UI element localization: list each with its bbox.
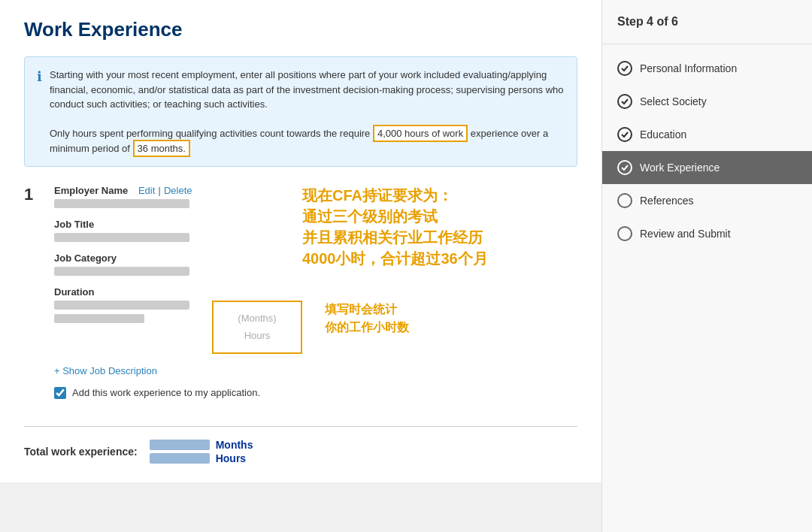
hours-annotation-1: 填写时会统计	[325, 301, 409, 319]
show-job-description-link[interactable]: + Show Job Description	[54, 365, 157, 376]
sidebar-item-1[interactable]: Select Society	[602, 85, 812, 118]
total-months-row: Months	[150, 439, 253, 451]
main-content: Work Experience ℹ Starting with your mos…	[0, 0, 601, 482]
job-title-field	[54, 233, 189, 242]
check-icon-3	[617, 160, 632, 175]
duration-row: Duration (Months)	[54, 286, 577, 354]
total-row: Total work experience: Months Hours	[24, 439, 577, 464]
sidebar-label-2: Education	[640, 128, 686, 141]
months-line: (Months)	[226, 310, 289, 327]
total-months-box	[150, 440, 210, 450]
checkbox-row: Add this work experience to my applicati…	[54, 387, 577, 399]
hours-annotation: 填写时会统计 你的工作小时数	[325, 301, 409, 337]
annotation-line-4: 4000小时，合计超过36个月	[302, 248, 565, 269]
total-hours-box	[150, 453, 210, 464]
annotation-line-1: 现在CFA持证要求为：	[302, 185, 565, 206]
check-icon-4	[617, 193, 632, 208]
hours-box: (Months) Hours	[212, 301, 302, 354]
main-annotation: 现在CFA持证要求为： 通过三个级别的考试 并且累积相关行业工作经历 4000小…	[302, 185, 565, 269]
info-icon: ℹ	[37, 68, 42, 156]
employer-name-field	[54, 199, 189, 208]
entry-number: 1	[24, 185, 42, 414]
highlight-hours: 4,000 hours of work	[373, 125, 468, 142]
sidebar-items: Personal Information Select Society Educ…	[602, 52, 812, 250]
sidebar-label-0: Personal Information	[640, 62, 737, 74]
separator: |	[158, 185, 161, 196]
sidebar-item-0[interactable]: Personal Information	[602, 52, 812, 85]
action-links: Edit | Delete	[138, 185, 192, 196]
annotation-line-2: 通过三个级别的考试	[302, 206, 565, 227]
divider	[24, 426, 577, 427]
sidebar-label-3: Work Experience	[640, 162, 720, 174]
job-category-field	[54, 267, 189, 276]
info-text-1: Starting with your most recent employmen…	[50, 69, 564, 110]
show-job-row: + Show Job Description	[54, 364, 577, 376]
total-hours-row: Hours	[150, 452, 253, 464]
hours-annotation-2: 你的工作小时数	[325, 319, 409, 337]
duration-label: Duration	[54, 286, 577, 298]
sidebar-label-5: Review and Submit	[640, 228, 731, 240]
sidebar-item-5[interactable]: Review and Submit	[602, 217, 812, 250]
check-icon-2	[617, 127, 632, 142]
add-experience-checkbox[interactable]	[54, 387, 66, 399]
duration-fields-container: (Months) Hours 填写时会统计 你的工作小时数	[54, 301, 577, 354]
step-title: Step 4 of 6	[602, 15, 812, 44]
info-text-2: Only hours spent performing qualifying a…	[50, 128, 370, 139]
check-icon-5	[617, 226, 632, 241]
duration-field-2	[54, 314, 144, 323]
annotation-line-3: 并且累积相关行业工作经历	[302, 227, 565, 248]
check-icon-0	[617, 61, 632, 76]
total-hours-unit: Hours	[216, 452, 246, 464]
total-values: Months Hours	[150, 439, 253, 464]
sidebar-item-4[interactable]: References	[602, 184, 812, 217]
highlight-months: 36 months.	[133, 140, 190, 157]
sidebar-item-3[interactable]: Work Experience	[602, 151, 812, 184]
checkbox-label: Add this work experience to my applicati…	[72, 387, 260, 398]
entry-form: Employer Name Edit | Delete Job Title	[54, 185, 577, 414]
work-entry-1: 1 Employer Name Edit | Delete	[24, 185, 577, 414]
sidebar-label-1: Select Society	[640, 95, 707, 107]
hours-line: Hours	[226, 327, 289, 344]
sidebar-label-4: References	[640, 195, 694, 207]
duration-inputs	[54, 301, 189, 323]
sidebar-item-2[interactable]: Education	[602, 118, 812, 151]
total-label: Total work experience:	[24, 446, 138, 458]
info-text: Starting with your most recent employmen…	[50, 68, 565, 156]
main-wrapper: Work Experience ℹ Starting with your mos…	[0, 0, 601, 532]
info-box: ℹ Starting with your most recent employm…	[24, 56, 577, 167]
duration-field-1	[54, 301, 189, 310]
page-title: Work Experience	[24, 18, 577, 41]
employer-annotation-container: Employer Name Edit | Delete Job Title	[54, 185, 577, 414]
check-icon-1	[617, 94, 632, 109]
edit-link[interactable]: Edit	[138, 185, 155, 196]
total-months-unit: Months	[216, 439, 253, 451]
delete-link[interactable]: Delete	[164, 185, 192, 196]
sidebar: Step 4 of 6 Personal Information Select …	[601, 0, 812, 532]
